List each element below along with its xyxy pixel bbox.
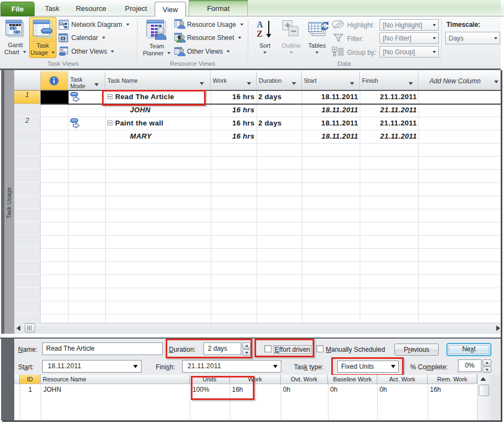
- svg-text:A: A: [257, 20, 263, 29]
- svg-text:Z: Z: [257, 29, 263, 38]
